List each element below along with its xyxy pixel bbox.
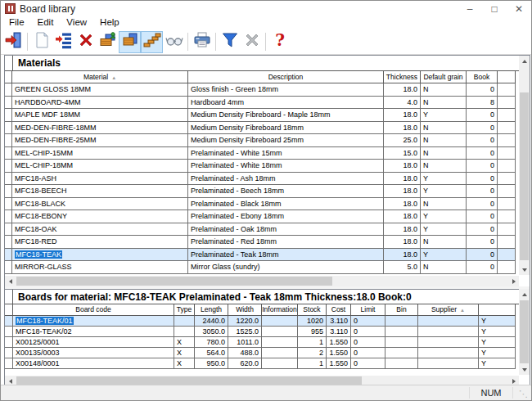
preview-button[interactable] bbox=[163, 31, 185, 53]
scroll-down-icon[interactable] bbox=[519, 364, 530, 375]
boards-vertical-scrollbar[interactable] bbox=[519, 289, 530, 375]
scroll-left-icon[interactable] bbox=[5, 276, 16, 286]
boards-vscroll-thumb[interactable] bbox=[520, 300, 529, 363]
boards-col-header-stock[interactable]: Stock bbox=[298, 304, 327, 316]
materials-hscroll-thumb[interactable] bbox=[16, 277, 332, 286]
material-row[interactable]: MFC18-TEAKPrelaminated - Teak 18mm18.0Y0 bbox=[5, 249, 516, 262]
boards-col-header-bin[interactable]: Bin bbox=[385, 304, 418, 316]
titlebar: Board library – □ ✕ bbox=[1, 1, 531, 16]
board-row[interactable]: MFC18-TEAK/012440.01220.010203.1100Y bbox=[5, 316, 516, 327]
materials-col-header-book[interactable]: Book bbox=[467, 71, 498, 83]
close-button[interactable]: ✕ bbox=[507, 1, 531, 16]
print-button[interactable] bbox=[191, 31, 213, 53]
menu-edit[interactable]: Edit bbox=[31, 16, 61, 29]
copy-board-button[interactable] bbox=[97, 31, 119, 53]
material-row[interactable]: MFC18-ASHPrelaminated - Ash 18mm18.0Y0 bbox=[5, 173, 516, 186]
material-row[interactable]: MIRROR-GLASSMirror Glass (sundry)5.0N0 bbox=[5, 261, 516, 274]
offcuts-steps-icon bbox=[143, 31, 161, 52]
exit-button[interactable] bbox=[2, 31, 25, 53]
board-cell-length: 950.0 bbox=[195, 358, 228, 369]
menubar: FileEditViewHelp bbox=[1, 16, 126, 29]
row-selector-cell bbox=[498, 236, 516, 249]
help-button[interactable]: ? bbox=[268, 31, 291, 53]
maximize-button[interactable]: □ bbox=[482, 1, 507, 16]
board-row[interactable]: X00148/0001X950.0620.011.5500Y bbox=[5, 358, 516, 369]
board-cell-width: 1525.0 bbox=[228, 327, 262, 337]
material-cell-default_grain: Y bbox=[421, 173, 467, 186]
materials-vscroll-thumb[interactable] bbox=[520, 92, 529, 260]
material-row[interactable]: MFC18-REDPrelaminated - Red 18mm18.0N0 bbox=[5, 236, 516, 249]
scroll-up-icon[interactable] bbox=[519, 56, 530, 66]
material-cell-description: Prelaminated - Red 18mm bbox=[188, 236, 384, 249]
materials-col-header-description[interactable]: Description bbox=[188, 71, 384, 83]
material-row[interactable]: MFC18-EBONYPrelaminated - Ebony 18mm18.0… bbox=[5, 210, 516, 223]
material-row[interactable]: MFC18-BLACKPrelaminated - Black 18mm18.0… bbox=[5, 198, 516, 211]
board-cell-cost: 1.550 bbox=[327, 358, 351, 369]
material-row[interactable]: MEL-CHIP-15MMPrelaminated - White 15mm15… bbox=[5, 147, 516, 160]
material-cell-book: 0 bbox=[467, 223, 498, 237]
boards-col-header-supplier[interactable]: Supplier▲ bbox=[418, 304, 479, 316]
board-row[interactable]: X00135/0003X564.0488.021.5500Y bbox=[5, 348, 516, 358]
board-cell-type: X bbox=[174, 348, 195, 358]
board-cell-limit: 0 bbox=[351, 337, 385, 348]
board-cell-width: 1011.0 bbox=[228, 337, 262, 348]
boards-button[interactable] bbox=[119, 31, 141, 53]
material-row[interactable]: MEL-CHIP-18MMPrelaminated - White 18mm18… bbox=[5, 160, 516, 173]
materials-horizontal-scrollbar[interactable] bbox=[5, 276, 519, 286]
material-cell-default_grain: N bbox=[421, 160, 467, 173]
scroll-down-icon[interactable] bbox=[519, 264, 530, 275]
board-cell-width: 488.0 bbox=[228, 348, 262, 358]
material-cell-book: 0 bbox=[467, 134, 498, 147]
boards-col-header-cost[interactable]: Cost bbox=[327, 304, 351, 316]
board-cell-stock: 2 bbox=[298, 348, 327, 358]
scroll-right-icon[interactable] bbox=[508, 276, 519, 286]
boards-col-header-information[interactable]: Information bbox=[262, 304, 298, 316]
material-row[interactable]: GREEN GLOSS 18MMGloss finish - Green 18m… bbox=[5, 83, 516, 97]
board-cell-bin bbox=[385, 316, 418, 327]
materials-col-header-thickness[interactable]: Thickness bbox=[384, 71, 421, 83]
row-selector-cell bbox=[498, 83, 516, 97]
boards-col-header-width[interactable]: Width bbox=[228, 304, 262, 316]
toolbar-separator bbox=[187, 33, 188, 51]
board-row[interactable]: X00125/0001X780.01011.011.5500Y bbox=[5, 337, 516, 348]
board-cell-supplier bbox=[418, 358, 479, 369]
insert-button[interactable] bbox=[52, 31, 74, 53]
scroll-up-icon[interactable] bbox=[519, 289, 530, 300]
board-row[interactable]: MFC18-TEAK/023050.01525.09553.1100Y bbox=[5, 327, 516, 337]
delete-button[interactable] bbox=[74, 31, 97, 53]
material-cell-thickness: 15.0 bbox=[384, 147, 421, 160]
minimize-button[interactable]: – bbox=[458, 1, 482, 16]
board-cell-type: X bbox=[174, 358, 195, 369]
board-cell-supplier bbox=[418, 316, 479, 327]
menu-file[interactable]: File bbox=[2, 16, 31, 29]
board-cell-length: 3050.0 bbox=[195, 327, 228, 337]
board-cell-board_code: X00125/0001 bbox=[13, 337, 174, 348]
toolbar-separator bbox=[265, 33, 266, 51]
boards-col-header-limit[interactable]: Limit bbox=[351, 304, 385, 316]
offcuts-button[interactable] bbox=[141, 31, 163, 53]
material-cell-material: MFC18-EBONY bbox=[12, 210, 188, 223]
materials-col-header-material[interactable]: Material▲ bbox=[12, 71, 188, 83]
boards-col-header-length[interactable]: Length bbox=[195, 304, 228, 316]
materials-col-header-default-grain[interactable]: Default grain bbox=[421, 71, 467, 83]
menu-view[interactable]: View bbox=[60, 16, 93, 29]
material-row[interactable]: HARDBOARD-4MMHardboard 4mm4.0N8 bbox=[5, 97, 516, 110]
boards-selector-strip bbox=[5, 290, 13, 304]
material-cell-thickness: 18.0 bbox=[384, 173, 421, 186]
selected-cell-highlight: MFC18-TEAK/01 bbox=[16, 317, 74, 325]
materials-vertical-scrollbar[interactable] bbox=[519, 56, 530, 275]
resize-grip[interactable]: ⋱ bbox=[519, 389, 530, 400]
boards-col-header-type[interactable]: Type bbox=[174, 304, 195, 316]
row-selector-cell bbox=[5, 83, 12, 97]
filter-button[interactable] bbox=[219, 31, 241, 53]
menu-help[interactable]: Help bbox=[93, 16, 126, 29]
material-row[interactable]: MED-DEN-FIBRE-18MMMedium Density Fibrebo… bbox=[5, 122, 516, 135]
new-button[interactable] bbox=[30, 31, 52, 53]
material-row[interactable]: MFC18-OAKPrelaminated - Oak 18mm18.0Y0 bbox=[5, 223, 516, 237]
board-cell-bin bbox=[385, 327, 418, 337]
material-row[interactable]: MED-DEN-FIBRE-25MMMedium Density Fibrebo… bbox=[5, 134, 516, 147]
material-row[interactable]: MFC18-BEECHPrelaminated - Beech 18mm18.0… bbox=[5, 185, 516, 198]
materials-column-headers: Material▲DescriptionThicknessDefault gra… bbox=[5, 71, 516, 83]
boards-col-header-board-code[interactable]: Board code bbox=[13, 304, 174, 316]
material-row[interactable]: MAPLE MDF 18MMMedium Density Fibreboard … bbox=[5, 109, 516, 122]
